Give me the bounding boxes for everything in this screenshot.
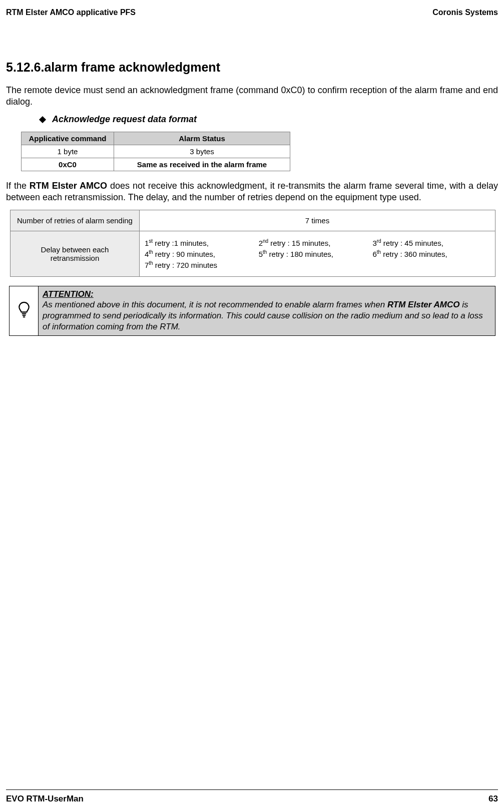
- retry-item: 7th retry : 720 minutes: [145, 259, 259, 270]
- table1-cell: 0xC0: [22, 158, 114, 171]
- retry-item: 5th retry : 180 minutes,: [259, 248, 373, 259]
- note-body: As mentioned above in this document, it …: [43, 299, 491, 332]
- table1-cell: 1 byte: [22, 145, 114, 158]
- table1-cell: Same as received in the alarm frame: [114, 158, 290, 171]
- retransmit-paragraph: If the RTM Elster AMCO does not receive …: [6, 180, 498, 203]
- footer-page-number: 63: [488, 794, 498, 804]
- text: As mentioned above in this document, it …: [43, 300, 387, 309]
- retry-count-value: 7 times: [140, 210, 495, 231]
- footer-rule: [6, 789, 498, 790]
- retry-table: Number of retries of alarm sending 7 tim…: [10, 210, 495, 277]
- retry-delay-values: 1st retry :1 minutes, 2nd retry : 15 min…: [140, 231, 495, 277]
- bullet-row: Acknowledge request data format: [40, 114, 498, 125]
- retry-item: 2nd retry : 15 minutes,: [259, 237, 373, 248]
- ack-format-table: Applicative command Alarm Status 1 byte …: [21, 132, 290, 171]
- note-content: ATTENTION: As mentioned above in this do…: [39, 286, 495, 336]
- note-icon-cell: [10, 286, 39, 336]
- header-right: Coronis Systems: [432, 8, 498, 17]
- intro-paragraph: The remote device must send an acknowled…: [6, 85, 498, 107]
- text: If the: [6, 181, 30, 191]
- page-header: RTM Elster AMCO applicative PFS Coronis …: [0, 8, 504, 17]
- product-name: RTM Elster AMCO: [387, 300, 460, 309]
- header-left: RTM Elster AMCO applicative PFS: [6, 8, 136, 17]
- table1-cell: 3 bytes: [114, 145, 290, 158]
- retry-item: 3rd retry : 45 minutes,: [372, 237, 486, 248]
- document-page: RTM Elster AMCO applicative PFS Coronis …: [0, 0, 504, 812]
- attention-note: ATTENTION: As mentioned above in this do…: [9, 286, 495, 336]
- bullet-text: Acknowledge request data format: [52, 114, 197, 125]
- section-heading: 5.12.6.alarm frame acknowledgment: [6, 60, 498, 75]
- product-name: RTM Elster AMCO: [30, 181, 107, 191]
- table1-header-1: Applicative command: [22, 132, 114, 145]
- retry-delay-label: Delay between each retransmission: [11, 231, 140, 277]
- main-content: 5.12.6.alarm frame acknowledgment The re…: [6, 60, 498, 336]
- retry-item: 1st retry :1 minutes,: [145, 237, 259, 248]
- retry-item: 4th retry : 90 minutes,: [145, 248, 259, 259]
- page-footer: EVO RTM-UserMan 63: [6, 794, 498, 804]
- table1-header-2: Alarm Status: [114, 132, 290, 145]
- footer-left: EVO RTM-UserMan: [6, 794, 84, 804]
- diamond-bullet-icon: [39, 116, 46, 123]
- retry-item: 6th retry : 360 minutes,: [372, 248, 486, 259]
- lightbulb-icon: [18, 301, 31, 319]
- note-title: ATTENTION:: [43, 289, 491, 299]
- retry-count-label: Number of retries of alarm sending: [11, 210, 140, 231]
